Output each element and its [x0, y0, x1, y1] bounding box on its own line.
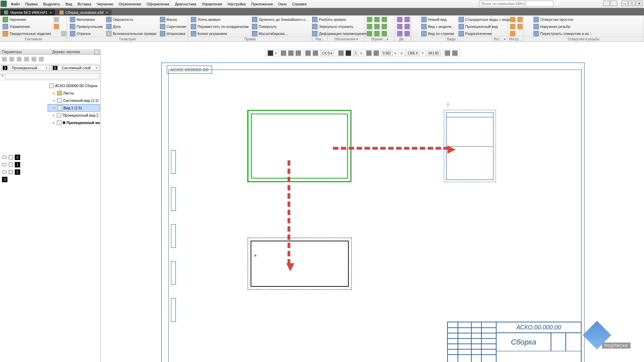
tab-close-icon[interactable]: ✕	[105, 11, 108, 14]
rotate-button[interactable]: Повернуть	[251, 23, 310, 30]
diag-3-icon[interactable]	[396, 30, 403, 37]
command-search-input[interactable]	[479, 1, 553, 7]
constr-6-icon[interactable]	[374, 30, 380, 37]
tb-3-icon[interactable]	[16, 56, 23, 63]
constr-2-icon[interactable]	[366, 23, 373, 30]
mode-drawing-button[interactable]: Черчение	[1, 16, 52, 23]
diag-2-icon[interactable]	[396, 23, 403, 30]
segment-button[interactable]: Отрезок	[69, 30, 104, 37]
mode-manage-button[interactable]: Управление	[1, 23, 52, 30]
copy-button[interactable]: Копия указанием	[189, 30, 250, 37]
annot-6-icon[interactable]	[337, 30, 343, 37]
annot-10-icon[interactable]	[351, 16, 358, 23]
constr-9-icon[interactable]	[381, 30, 388, 37]
annot-2-icon[interactable]	[329, 23, 336, 30]
tree-system-view[interactable]: ▸ Системный вид (1:1)	[48, 97, 100, 104]
ortho-icon[interactable]	[338, 50, 344, 56]
dim-linear-icon[interactable]	[314, 16, 320, 23]
tb-4-icon[interactable]	[23, 56, 30, 63]
close-button[interactable]: ✕	[636, 1, 643, 6]
mdi-max-icon[interactable]	[610, 1, 617, 6]
lock-icon[interactable]	[9, 155, 13, 159]
tool-4-icon[interactable]	[517, 16, 523, 23]
scale-button[interactable]: Масштабирова…	[251, 30, 310, 37]
eraser-icon[interactable]	[281, 50, 286, 56]
autoline-button[interactable]: Автолиния	[69, 16, 104, 23]
view-icon-1[interactable]	[413, 16, 419, 23]
annot-1-icon[interactable]	[329, 16, 336, 23]
view-combo[interactable]: 3 Проекционный…▼	[1, 65, 50, 71]
menu-drawing[interactable]: Черчение	[94, 1, 116, 7]
print-icon[interactable]	[60, 30, 67, 37]
menu-help[interactable]: Справка	[290, 1, 309, 7]
tab-assembly[interactable]: Сборка_основная.a3d ✕	[56, 9, 112, 15]
rectangle-button[interactable]: Прямоугольник	[69, 23, 104, 30]
measure-icon[interactable]	[445, 50, 450, 56]
maximize-button[interactable]: □	[629, 1, 635, 6]
title-block[interactable]: АСКО.00.000.00 Сборка	[447, 322, 582, 362]
annot-12-icon[interactable]	[351, 30, 358, 37]
extend-button[interactable]: Удлинить до ближайшего о…	[251, 16, 310, 23]
eye-icon[interactable]	[2, 170, 7, 174]
loop-icon[interactable]	[296, 50, 301, 56]
pen-icon[interactable]	[268, 50, 273, 56]
zoom-out-icon[interactable]	[366, 50, 372, 56]
menu-view[interactable]: Вид	[63, 1, 75, 7]
arc-button[interactable]: Дуга	[105, 23, 158, 30]
auxline-button[interactable]: Вспомогательная прямая	[105, 30, 158, 37]
tree-proj-view-3[interactable]: ▸ Проекционный вид	[48, 119, 100, 126]
tree-root[interactable]: АСКО.000000.00 Сборка	[48, 82, 100, 89]
ins-2-icon[interactable]	[493, 23, 500, 30]
tool-2-icon[interactable]	[509, 23, 516, 30]
hole-icon-2[interactable]	[525, 23, 531, 30]
constr-3-icon[interactable]	[366, 30, 373, 37]
undo-icon[interactable]	[60, 16, 67, 23]
dim-radial-icon[interactable]	[314, 23, 320, 30]
annot-9-icon[interactable]	[344, 30, 351, 37]
menu-select[interactable]: Выделить	[40, 1, 63, 7]
ins-5-icon[interactable]	[501, 23, 507, 30]
redo-icon[interactable]	[60, 23, 67, 30]
arrow-view-button[interactable]: Вид по стрелке	[420, 30, 457, 37]
tb-5-icon[interactable]	[31, 56, 37, 63]
tree-sheets[interactable]: ▸ Листы	[48, 89, 100, 97]
annot-7-icon[interactable]	[344, 16, 351, 23]
menu-window[interactable]: Окно	[275, 1, 290, 7]
hatch-button[interactable]: Штриховка	[159, 30, 188, 37]
annot-11-icon[interactable]	[351, 23, 358, 30]
expand-icon[interactable]: ▸	[53, 106, 56, 110]
tree-proj-view-2[interactable]: ▸ Проекционный вид 2 (1	[48, 112, 100, 119]
constr-1-icon[interactable]	[366, 16, 373, 23]
mode-solid-button[interactable]: Твердотельные изделия	[1, 30, 52, 37]
tb-1-icon[interactable]	[1, 56, 8, 63]
tab-close-icon[interactable]: ✕	[49, 11, 52, 14]
menu-file[interactable]: Файл	[8, 1, 23, 7]
chamfer-button[interactable]: Фаска	[159, 16, 188, 23]
view-bottom-phantom[interactable]	[248, 238, 352, 290]
hole-icon-3[interactable]	[525, 30, 531, 37]
zoom-in-icon[interactable]	[374, 50, 379, 56]
step-field[interactable]: 1	[353, 51, 358, 56]
dim-4-icon[interactable]	[321, 16, 328, 23]
tb-6-icon[interactable]	[38, 56, 45, 63]
expand-icon[interactable]: ▸	[52, 121, 55, 124]
menu-edit[interactable]: Правка	[23, 1, 40, 7]
eye-icon[interactable]	[2, 163, 7, 166]
hole-icon-1[interactable]	[525, 16, 531, 23]
model-view-button[interactable]: Вид с модели…	[420, 23, 457, 30]
grid-icon[interactable]	[305, 50, 311, 56]
mdi-restore-icon[interactable]	[603, 1, 610, 6]
annot-8-icon[interactable]	[344, 23, 351, 30]
diag-6-icon[interactable]	[404, 30, 411, 37]
dim-5-icon[interactable]	[321, 23, 328, 30]
refresh-icon[interactable]	[288, 50, 294, 56]
cs-combo[interactable]: СК 0 ▾	[320, 50, 334, 56]
tree-view-1[interactable]: ▸ Вид 1 (1:5)	[48, 104, 100, 112]
save-icon[interactable]	[53, 30, 60, 37]
y-field[interactable]: -943.85	[426, 51, 440, 56]
filter-icon[interactable]: ▽	[1, 73, 4, 79]
tool-3-icon[interactable]	[509, 30, 516, 37]
gear-icon[interactable]	[94, 50, 99, 54]
snap-icon[interactable]	[313, 50, 318, 56]
annot-4-icon[interactable]	[337, 16, 343, 23]
